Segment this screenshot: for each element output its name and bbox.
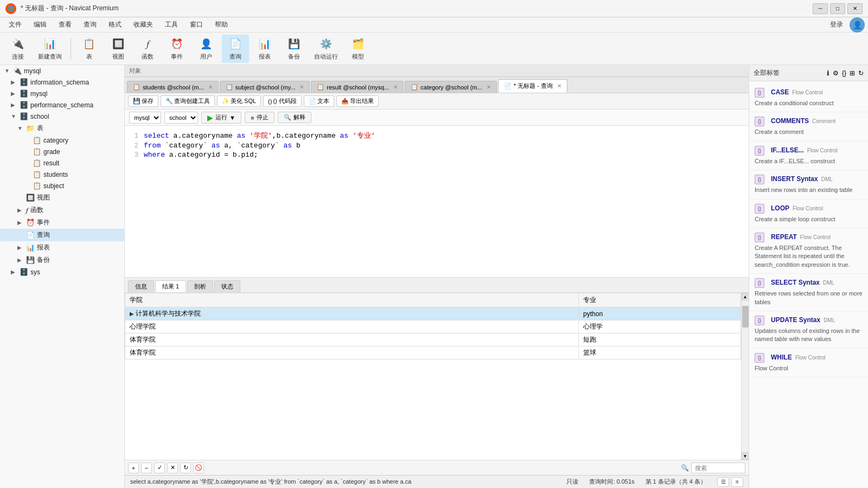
snippet-item[interactable]: {} LOOP Flow Control Create a simple loo… [749, 200, 868, 228]
snippet-item[interactable]: {} SELECT Syntax DML Retrieve rows selec… [749, 274, 868, 311]
results-scrollbar[interactable]: ▲ ▼ [741, 293, 749, 460]
sidebar-item-school[interactable]: ▼ 🗄️ school [0, 111, 124, 122]
sidebar-item-queries[interactable]: 📄 查询 [0, 229, 124, 241]
query-builder-button[interactable]: 🔧 查询创建工具 [161, 95, 215, 107]
tab-close-category[interactable]: ✕ [487, 84, 491, 90]
delete-row-button[interactable]: − [141, 463, 152, 473]
user-avatar[interactable]: 👤 [850, 17, 865, 33]
search-input[interactable] [691, 463, 745, 473]
scroll-thumb[interactable] [742, 306, 749, 328]
scroll-down-arrow[interactable]: ▼ [742, 452, 749, 460]
stop-button[interactable]: ■ 停止 [245, 112, 275, 123]
code-snippet-button[interactable]: () () 代码段 [263, 95, 302, 107]
tab-students[interactable]: 📋 students @school (m... ✕ [127, 81, 219, 93]
apply-button[interactable]: ✓ [154, 463, 165, 473]
grid-icon[interactable]: ⊞ [850, 69, 855, 77]
text-button[interactable]: 📄 文本 [304, 95, 334, 107]
snippet-item[interactable]: {} IF...ELSE... Flow Control Create a IF… [749, 142, 868, 170]
tab-close-subject[interactable]: ✕ [299, 84, 304, 90]
sql-editor[interactable]: 1 select a.categoryname as '学院',b.catego… [125, 126, 749, 278]
sidebar-item-functions[interactable]: ▶ 𝑓 函数 [0, 204, 124, 216]
table-row[interactable]: 体育学院 篮球 [125, 346, 741, 359]
list-view-button[interactable]: ≡ [731, 477, 743, 487]
tab-category[interactable]: 📋 category @school (m... ✕ [405, 81, 496, 93]
snippet-item[interactable]: {} REPEAT Flow Control Create A REPEAT c… [749, 228, 868, 274]
menu-query[interactable]: 查询 [78, 18, 102, 31]
backup-button[interactable]: 💾 备份 [280, 35, 308, 63]
menu-view[interactable]: 查看 [53, 18, 77, 31]
tab-query[interactable]: 📄 * 无标题 - 查询 ✕ [498, 79, 567, 93]
table-row[interactable]: 心理学院 心理学 [125, 320, 741, 333]
sidebar-item-views[interactable]: 🔲 视图 [0, 191, 124, 204]
menu-window[interactable]: 窗口 [184, 18, 208, 31]
tab-result[interactable]: 📋 result @school (mysq... ✕ [311, 81, 404, 93]
tab-info[interactable]: 信息 [128, 280, 154, 292]
tab-close-result[interactable]: ✕ [393, 84, 398, 90]
tab-results-1[interactable]: 结果 1 [155, 280, 186, 292]
model-button[interactable]: 🗂️ 模型 [344, 35, 372, 63]
view-button[interactable]: 🔲 视图 [105, 35, 132, 63]
refresh-button[interactable]: ↻ [180, 463, 191, 473]
export-results-button[interactable]: 📤 导出结果 [336, 95, 379, 107]
add-row-button[interactable]: + [128, 463, 139, 473]
sidebar-item-performance-schema[interactable]: ▶ 🗄️ performance_schema [0, 99, 124, 111]
sidebar-item-result[interactable]: 📋 result [0, 157, 124, 169]
tab-status[interactable]: 状态 [214, 280, 240, 292]
menu-tools[interactable]: 工具 [159, 18, 183, 31]
snippet-item[interactable]: {} UPDATE Syntax DML Updates columns of … [749, 311, 868, 349]
sidebar-item-tables-folder[interactable]: ▼ 📁 表 [0, 122, 124, 134]
beautify-sql-button[interactable]: ✨ 美化 SQL [217, 95, 261, 107]
save-button[interactable]: 💾 保存 [128, 95, 158, 107]
table-row[interactable]: 体育学院 短跑 [125, 333, 741, 346]
snippet-item[interactable]: {} WHILE Flow Control Flow Control [749, 349, 868, 377]
info-icon[interactable]: ℹ [827, 69, 829, 77]
menu-help[interactable]: 帮助 [209, 18, 233, 31]
results-scroll-area[interactable]: 学院 专业 ▶ 计算机科学与技术学院 python 心理学院 心 [125, 293, 741, 460]
close-button[interactable]: ✕ [847, 3, 863, 14]
maximize-button[interactable]: □ [830, 3, 845, 14]
explain-button[interactable]: 🔍 解释 [278, 112, 311, 123]
table-row[interactable]: ▶ 计算机科学与技术学院 python [125, 307, 741, 320]
event-button[interactable]: ⏰ 事件 [163, 35, 190, 63]
query-button[interactable]: 📄 查询 [222, 35, 249, 63]
run-button[interactable]: ▶ 运行 ▼ [201, 112, 241, 124]
sidebar-item-subject[interactable]: 📋 subject [0, 180, 124, 191]
user-button[interactable]: 👤 用户 [193, 35, 220, 63]
db-selector[interactable]: mysql [129, 112, 161, 124]
login-button[interactable]: 登录 [825, 18, 848, 31]
menu-edit[interactable]: 编辑 [28, 18, 52, 31]
grid-view-button[interactable]: ☰ [717, 477, 729, 487]
snippet-item[interactable]: {} INSERT Syntax DML Insert new rows int… [749, 170, 868, 199]
new-query-button[interactable]: 📊 新建查询 [34, 35, 66, 63]
sidebar-item-grade[interactable]: 📋 grade [0, 146, 124, 157]
menu-file[interactable]: 文件 [3, 18, 27, 31]
refresh-icon[interactable]: ↻ [858, 69, 864, 77]
tab-close-query[interactable]: ✕ [557, 83, 561, 89]
snippet-item[interactable]: {} CASE Flow Control Create a conditiona… [749, 84, 868, 112]
autorun-button[interactable]: ⚙️ 自动运行 [310, 35, 342, 63]
discard-button[interactable]: ✕ [167, 463, 178, 473]
settings-icon[interactable]: ⚙ [833, 69, 839, 77]
scroll-track[interactable] [742, 300, 749, 452]
sidebar-item-category[interactable]: 📋 category [0, 134, 124, 146]
sidebar-item-information-schema[interactable]: ▶ 🗄️ information_schema [0, 76, 124, 88]
sidebar-item-mysql[interactable]: ▶ 🗄️ mysql [0, 88, 124, 99]
braces-icon[interactable]: {} [842, 69, 846, 77]
sidebar-item-sys[interactable]: ▶ 🗄️ sys [0, 266, 124, 278]
table-button[interactable]: 📋 表 [75, 35, 103, 63]
sidebar-item-reports[interactable]: ▶ 📊 报表 [0, 241, 124, 254]
menu-format[interactable]: 格式 [103, 18, 127, 31]
clear-button[interactable]: 🚫 [193, 463, 204, 473]
sidebar-item-events[interactable]: ▶ ⏰ 事件 [0, 216, 124, 229]
function-button[interactable]: 𝑓 函数 [134, 35, 161, 63]
tab-profiling[interactable]: 剖析 [187, 280, 213, 292]
schema-selector[interactable]: school [164, 112, 198, 124]
minimize-button[interactable]: ─ [813, 3, 828, 14]
report-button[interactable]: 📊 报表 [251, 35, 278, 63]
snippet-item[interactable]: {} COMMENTS Comment Create a comment [749, 112, 868, 141]
sidebar-item-backups[interactable]: ▶ 💾 备份 [0, 254, 124, 266]
sidebar-item-mysql-root[interactable]: ▼ 🔌 mysql [0, 65, 124, 76]
connect-button[interactable]: 🔌 连接 [4, 35, 31, 63]
tab-close-students[interactable]: ✕ [208, 84, 213, 90]
sidebar-item-students[interactable]: 📋 students [0, 169, 124, 180]
